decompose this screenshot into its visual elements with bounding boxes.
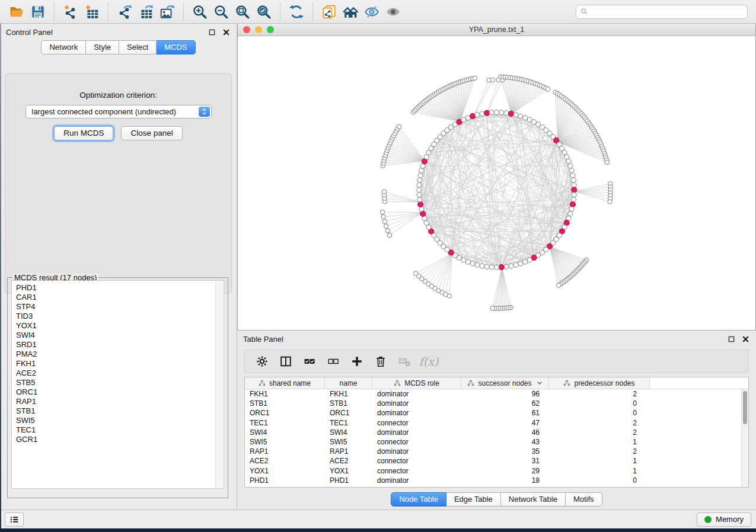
export-network-icon[interactable] <box>114 2 135 21</box>
show-graphics-details-icon[interactable] <box>382 2 404 21</box>
welcome-screen-icon[interactable] <box>340 2 361 21</box>
column-header-shared-name[interactable]: shared name <box>245 377 325 389</box>
table-row[interactable]: SWI4SWI4dominator462 <box>245 428 748 437</box>
table-tab-motifs[interactable]: Motifs <box>566 492 602 507</box>
tab-network[interactable]: Network <box>41 40 86 55</box>
minimize-window-icon[interactable] <box>255 26 262 33</box>
table-header-row: shared namenameMCDS rolesuccessor nodesp… <box>245 377 748 389</box>
float-panel-icon[interactable] <box>207 27 216 37</box>
network-window-title: YPA_prune.txt_1 <box>469 25 525 34</box>
clone-network-icon[interactable] <box>318 2 340 21</box>
memory-status-icon <box>704 516 712 523</box>
column-type-icon <box>467 380 474 387</box>
delete-column-icon[interactable] <box>372 352 390 370</box>
column-type-icon <box>259 380 266 387</box>
function-builder-icon[interactable]: f(x) <box>419 352 437 370</box>
export-image-icon[interactable] <box>157 2 178 21</box>
network-window-titlebar[interactable]: YPA_prune.txt_1 <box>238 24 755 36</box>
mcds-result-node[interactable]: YOX1 <box>16 321 224 331</box>
close-window-icon[interactable] <box>243 26 250 33</box>
open-file-icon[interactable] <box>6 2 27 21</box>
table-row[interactable]: STB1STB1dominator620 <box>245 399 748 408</box>
mcds-result-node[interactable]: GCR1 <box>16 435 224 444</box>
tab-mcds[interactable]: MCDS <box>157 40 195 55</box>
table-tab-network-table[interactable]: Network Table <box>501 492 566 507</box>
search-box[interactable] <box>576 5 748 19</box>
table-row[interactable]: SWI5SWI5connector431 <box>245 437 748 447</box>
table-row[interactable]: ACE2ACE2connector311 <box>245 456 748 466</box>
search-input[interactable] <box>589 8 744 16</box>
mcds-result-node[interactable]: PMA2 <box>16 350 224 359</box>
desktop-edge <box>0 24 1 528</box>
import-table-icon[interactable] <box>81 2 103 21</box>
table-row[interactable]: ORC1ORC1dominator610 <box>245 408 748 418</box>
deselect-all-icon[interactable] <box>324 352 342 370</box>
add-column-icon[interactable] <box>348 352 366 370</box>
toolbar-separator <box>312 3 313 21</box>
mcds-result-list[interactable]: PHD1CAR1STP4TID3YOX1SWI4SRD1PMA2FKH1ACE2… <box>11 280 224 489</box>
table-tab-node-table[interactable]: Node Table <box>391 492 446 507</box>
close-panel-button[interactable]: Close panel <box>121 126 182 140</box>
show-columns-icon[interactable] <box>277 352 295 370</box>
mcds-result-node[interactable]: PHD1 <box>16 283 224 293</box>
control-panel-titlebar: Control Panel <box>0 24 237 40</box>
network-window: YPA_prune.txt_1 <box>237 24 756 331</box>
mcds-list-scrollbar[interactable] <box>215 281 223 488</box>
float-table-panel-icon[interactable] <box>726 334 736 344</box>
mcds-result-node[interactable]: STB1 <box>16 406 224 416</box>
table-row[interactable]: YOX1YOX1connector291 <box>245 466 748 476</box>
toolbar-separator <box>183 3 184 21</box>
mcds-result-node[interactable]: SWI5 <box>16 416 224 425</box>
table-scrollbar[interactable] <box>741 389 748 487</box>
tab-select[interactable]: Select <box>119 40 157 55</box>
hide-graphics-details-icon[interactable] <box>361 2 382 21</box>
zoom-selected-icon[interactable] <box>253 2 275 21</box>
close-table-panel-icon[interactable] <box>741 334 750 344</box>
table-tab-edge-table[interactable]: Edge Table <box>446 492 501 507</box>
control-panel: Control Panel NetworkStyleSelectMCDS Opt… <box>0 24 237 509</box>
import-network-icon[interactable] <box>60 2 81 21</box>
mcds-result-node[interactable]: FKH1 <box>16 359 224 368</box>
network-graph[interactable] <box>238 36 755 331</box>
column-type-icon <box>394 380 401 387</box>
mcds-result-node[interactable]: ORC1 <box>16 387 224 397</box>
run-mcds-button[interactable]: Run MCDS <box>54 126 113 140</box>
select-all-icon[interactable] <box>301 352 318 370</box>
column-header-name[interactable]: name <box>325 377 372 389</box>
table-row[interactable]: FKH1FKH1dominator962 <box>245 389 748 399</box>
mcds-result-node[interactable]: RAP1 <box>16 397 224 406</box>
export-table-icon[interactable] <box>135 2 157 21</box>
mcds-result-node[interactable]: TID3 <box>16 312 224 321</box>
column-header-MCDS-role[interactable]: MCDS role <box>372 377 461 389</box>
mcds-result-node[interactable]: STP4 <box>16 302 224 312</box>
network-canvas[interactable] <box>238 36 755 330</box>
table-row[interactable]: TEC1TEC1connector472 <box>245 418 748 428</box>
criterion-select[interactable]: largest connected component (undirected) <box>25 105 212 118</box>
save-session-icon[interactable] <box>27 2 49 21</box>
task-history-button[interactable] <box>5 512 24 527</box>
zoom-in-icon[interactable] <box>189 2 210 21</box>
close-panel-icon[interactable] <box>221 27 231 37</box>
table-mode-gear-icon[interactable] <box>253 352 271 370</box>
table-row[interactable]: PHD1PHD1dominator180 <box>245 476 748 485</box>
table-toolbar: f(x) <box>244 350 749 373</box>
mcds-result-node[interactable]: SRD1 <box>16 340 224 350</box>
mcds-result-node[interactable]: CAR1 <box>16 293 224 302</box>
mcds-result-node[interactable]: STB5 <box>16 378 224 387</box>
table-scrollbar-thumb[interactable] <box>743 391 747 424</box>
mcds-tab-content: Optimization criterion: largest connecte… <box>5 73 232 294</box>
column-header-successor-nodes[interactable]: successor nodes <box>461 377 549 389</box>
mcds-result-node[interactable]: SWI4 <box>16 331 224 340</box>
mcds-result-node[interactable]: ACE2 <box>16 368 224 378</box>
table-row[interactable]: RAP1RAP1dominator352 <box>245 447 748 456</box>
mcds-result-node[interactable]: TEC1 <box>16 425 224 435</box>
refresh-network-icon[interactable] <box>286 2 307 21</box>
memory-label: Memory <box>716 515 744 524</box>
tab-style[interactable]: Style <box>86 40 119 55</box>
column-header-predecessor-nodes[interactable]: predecessor nodes <box>549 377 650 389</box>
zoom-fit-icon[interactable] <box>232 2 253 21</box>
delete-table-icon[interactable] <box>395 352 413 370</box>
maximize-window-icon[interactable] <box>267 26 274 33</box>
memory-button[interactable]: Memory <box>697 512 751 527</box>
zoom-out-icon[interactable] <box>210 2 232 21</box>
